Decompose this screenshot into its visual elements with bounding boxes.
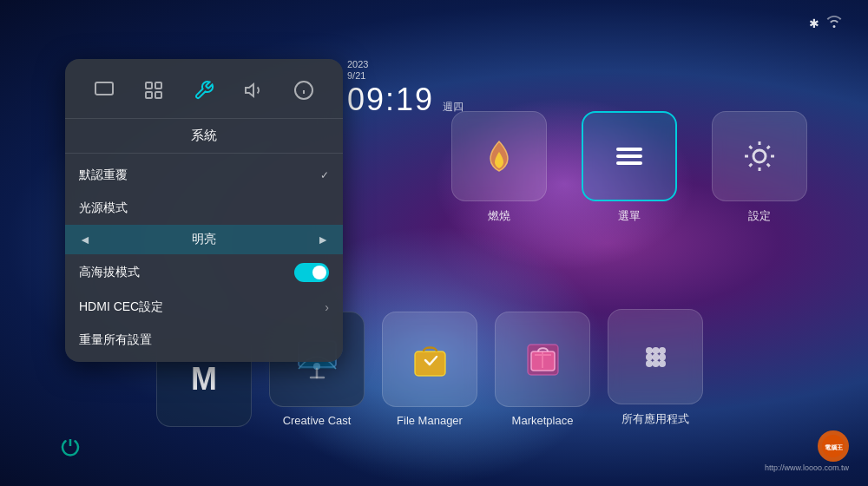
app-icon-file-manager <box>382 312 477 407</box>
hdmi-cec-arrow: › <box>325 300 329 314</box>
tab-info[interactable] <box>285 71 323 109</box>
menu-item-light-mode[interactable]: 光源模式 <box>65 192 343 225</box>
menu-item-high-altitude[interactable]: 高海拔模式 <box>65 254 343 291</box>
date-display: 2023 9/21 <box>347 59 464 82</box>
brightness-left-arrow[interactable]: ◄ <box>79 233 91 246</box>
app-item-marketplace[interactable]: Marketplace <box>495 312 590 427</box>
svg-point-12 <box>753 150 766 162</box>
app-label-marketplace: Marketplace <box>512 414 574 427</box>
time-clock: 09:19 <box>347 82 434 118</box>
status-bar: ✱ <box>809 16 842 30</box>
svg-point-22 <box>652 353 659 360</box>
svg-point-19 <box>652 347 659 354</box>
demo-mode-label: 默認重覆 <box>79 167 320 183</box>
screen-frame: ✱ 2023 9/21 09:19 週四 <box>9 7 859 479</box>
high-altitude-toggle[interactable] <box>294 263 329 282</box>
bluetooth-icon: ✱ <box>809 16 819 30</box>
hdmi-cec-label: HDMI CEC設定 <box>79 299 325 315</box>
app-label-karaoke: 燃燒 <box>488 208 510 224</box>
app-label-file-manager: File Manager <box>397 414 463 427</box>
svg-rect-1 <box>146 82 152 89</box>
wifi-icon <box>826 16 842 30</box>
app-icon-settings <box>712 111 807 201</box>
app-icon-menu <box>582 111 677 201</box>
system-menu: 系統 默認重覆 ✓ 光源模式 ◄ 明亮 ► 高海拔模式 <box>65 59 343 362</box>
power-button[interactable] <box>61 437 80 462</box>
tab-settings2[interactable] <box>135 71 173 109</box>
light-mode-label: 光源模式 <box>79 200 329 216</box>
svg-point-24 <box>646 360 653 367</box>
menu-title: 系統 <box>65 119 343 154</box>
svg-rect-3 <box>146 92 152 98</box>
svg-marker-5 <box>246 84 253 96</box>
brightness-row: ◄ 明亮 ► <box>65 225 343 254</box>
app-icon-karaoke <box>451 111 547 201</box>
app-item-menu[interactable]: 選單 <box>573 111 686 224</box>
app-icon-all-apps <box>608 309 703 404</box>
menu-item-hdmi-cec[interactable]: HDMI CEC設定 › <box>65 291 343 324</box>
watermark-url: http://www.loooo.com.tw <box>765 463 849 472</box>
app-item-all-apps[interactable]: 所有應用程式 <box>608 309 703 427</box>
menu-tab-bar <box>65 59 343 119</box>
tab-display[interactable] <box>85 71 123 109</box>
app-item-settings[interactable]: 設定 <box>703 111 816 224</box>
tab-system[interactable] <box>185 71 223 109</box>
high-altitude-label: 高海拔模式 <box>79 265 294 280</box>
app-item-karaoke[interactable]: 燃燒 <box>443 111 556 224</box>
svg-rect-4 <box>155 92 161 98</box>
brightness-value: 明亮 <box>100 232 308 247</box>
svg-rect-2 <box>155 82 161 89</box>
watermark: 電腦王 http://www.loooo.com.tw <box>765 430 849 472</box>
svg-point-18 <box>646 347 653 354</box>
time-display: 2023 9/21 09:19 週四 <box>347 59 464 118</box>
svg-rect-17 <box>531 351 555 371</box>
svg-point-21 <box>646 353 653 360</box>
svg-point-23 <box>659 353 666 360</box>
svg-point-20 <box>659 347 666 354</box>
reset-label: 重量所有設置 <box>79 332 329 348</box>
svg-point-25 <box>652 360 659 367</box>
app-label-creative-cast: Creative Cast <box>283 414 352 427</box>
app-icon-marketplace <box>495 312 590 407</box>
app-label-settings: 設定 <box>748 208 771 224</box>
app-item-file-manager[interactable]: File Manager <box>382 312 477 427</box>
app-label-all-apps: 所有應用程式 <box>621 411 689 427</box>
app-label-menu: 選單 <box>618 208 641 224</box>
svg-point-26 <box>659 360 666 367</box>
menu-item-demo-mode[interactable]: 默認重覆 ✓ <box>65 159 343 192</box>
watermark-icon: 電腦王 <box>818 430 849 462</box>
menu-items-list: 默認重覆 ✓ 光源模式 ◄ 明亮 ► 高海拔模式 HDMI CEC設定 › <box>65 154 343 362</box>
svg-text:電腦王: 電腦王 <box>825 444 844 450</box>
tab-audio[interactable] <box>235 71 273 109</box>
svg-rect-0 <box>95 82 113 95</box>
brightness-right-arrow[interactable]: ► <box>317 233 329 246</box>
menu-item-reset[interactable]: 重量所有設置 <box>65 324 343 357</box>
demo-mode-check: ✓ <box>320 169 329 181</box>
